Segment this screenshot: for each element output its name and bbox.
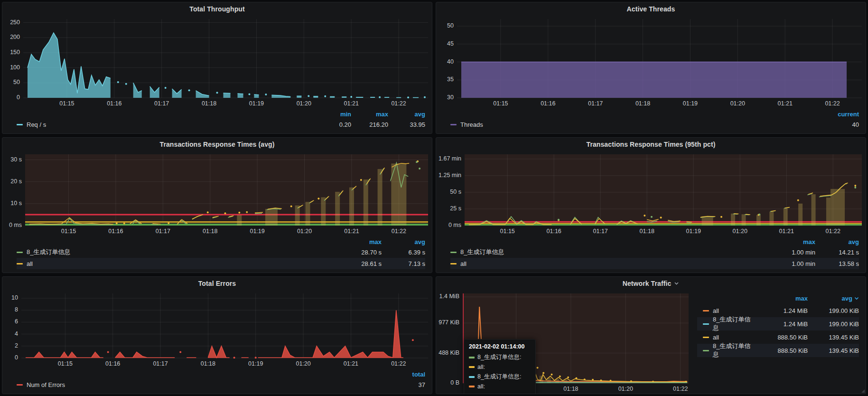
x-axis-tick: 01:22 [384,360,413,367]
legend-header-max[interactable]: max [351,111,388,118]
y-axis-tick: 488 KiB [436,349,459,356]
x-axis-tick: 01:16 [100,100,129,107]
y-axis-tick: 0 B [436,379,459,386]
panel-title-text: Total Errors [198,280,236,287]
y-axis-tick: 1.25 min [436,172,461,179]
series-color-dash [469,357,475,358]
panel-resize-handle[interactable] [861,389,865,393]
y-axis-tick: 150 [2,49,20,56]
series-color-dash [469,376,475,378]
series-name[interactable]: all [460,260,467,267]
series-name[interactable]: all [713,307,719,314]
stat-max: 1.00 min [772,249,815,256]
series-color-dash[interactable] [17,252,23,253]
series-name[interactable]: 8_生成订单信息 [460,248,504,256]
series-name[interactable]: 8_生成订单信息 [27,248,70,256]
x-axis-tick: 01:20 [289,360,317,367]
panel-title-text: Transactions Response Times (95th pct) [587,141,716,148]
series-name[interactable]: Req / s [27,121,46,128]
threads-chart[interactable]: 303540455001:1501:1601:1701:1801:1901:20… [436,15,866,108]
sort-desc-icon [854,296,859,301]
series-name[interactable]: Num of Errors [27,381,65,388]
response-95pct-chart[interactable]: 0 ms25 s50 s1.25 min1.67 min01:1501:1601… [436,151,866,236]
panel-total-throughput: Total Throughput 05010015020025001:1501:… [2,2,432,134]
panel-title-response-95pct[interactable]: Transactions Response Times (95th pct) [436,138,866,151]
series-color-dash[interactable] [450,124,457,125]
legend-header-avg[interactable]: avg [382,238,425,245]
throughput-chart[interactable]: 05010015020025001:1501:1601:1701:1801:19… [2,15,432,108]
legend-header-max[interactable]: max [772,238,815,245]
series-color-dash[interactable] [450,252,457,253]
x-axis-tick: 01:21 [336,360,365,367]
legend-header-avg[interactable]: avg [808,295,859,302]
chart-tooltip: 2021-02-02 01:14:00 8_生成订单信息: all: 8_生成订… [464,339,536,394]
legend-row: all 28.61 s 7.13 s [17,258,425,269]
x-axis-tick: 01:20 [726,228,754,235]
panel-title-network-traffic[interactable]: Network Traffic [436,277,866,290]
stat-max: 1.00 min [772,260,815,267]
legend-header-avg[interactable]: avg [815,238,859,245]
x-axis-tick: 01:17 [148,100,176,107]
y-axis-tick: 1.4 MiB [436,293,459,300]
x-axis-tick: 01:18 [194,360,222,367]
stat-max: 888.50 KiB [756,347,808,354]
legend-header-current[interactable]: current [822,111,859,118]
stat-max: 216.20 [351,121,388,128]
x-axis-tick: 01:19 [243,228,271,235]
y-axis-tick: 30 s [2,156,22,163]
x-axis-tick: 01:16 [534,100,562,107]
x-axis-tick: 01:21 [772,228,801,235]
panel-title-active-threads[interactable]: Active Threads [436,2,866,15]
series-name[interactable]: all [27,260,33,267]
errors-chart[interactable]: 024681001:1501:1601:1701:1801:1901:2001:… [2,290,432,368]
legend-header-max[interactable]: max [338,238,382,245]
stat-max: 888.50 KiB [756,334,808,341]
panel-title-response-avg[interactable]: Transactions Response Times (avg) [2,138,432,151]
stat-avg: 14.21 s [815,249,859,256]
series-color-dash[interactable] [17,124,23,125]
legend-row: 8_生成订单信息 1.00 min 14.21 s [450,246,859,258]
series-color-dash[interactable] [703,310,709,311]
stat-min: 0.20 [314,121,351,128]
series-color-dash[interactable] [703,337,709,338]
series-color-dash[interactable] [17,263,23,264]
series-name[interactable]: 8_生成订单信息 [713,315,756,332]
stat-current: 40 [822,121,859,128]
legend-row: 8_生成订单信息 1.24 MiB 199.00 KiB [697,317,859,330]
tooltip-row: 8_生成订单信息: [469,353,531,361]
y-axis-tick: 4 [2,330,18,337]
legend-header-avg[interactable]: avg [388,111,425,118]
series-color-dash[interactable] [450,263,457,264]
tooltip-timestamp: 2021-02-02 01:14:00 [469,343,531,350]
legend-header-min[interactable]: min [314,111,351,118]
x-axis-tick: 01:17 [149,228,177,235]
y-axis-tick: 35 [436,76,454,83]
panel-response-times-95pct: Transactions Response Times (95th pct) 0… [436,137,866,273]
y-axis-tick: 100 [2,64,20,71]
panel-title-total-throughput[interactable]: Total Throughput [2,2,432,15]
x-axis-tick: 01:18 [633,228,661,235]
series-name[interactable]: all [713,334,719,341]
y-axis-tick: 6 [2,318,18,325]
stat-max: 28.70 s [338,249,382,256]
series-color-dash[interactable] [703,323,709,325]
legend-header-total[interactable]: total [388,371,425,378]
stat-max: 28.61 s [338,260,382,267]
x-axis-tick: 01:18 [557,386,585,392]
response-avg-chart[interactable]: 0 ms10 s20 s30 s01:1501:1601:1701:1801:1… [2,151,432,236]
x-axis-tick: 01:19 [242,360,270,367]
tooltip-series-label: all: [477,364,485,370]
y-axis-tick: 0 [2,94,20,101]
series-color-dash[interactable] [17,384,23,386]
grafana-dashboard: Total Throughput 05010015020025001:1501:… [0,0,868,396]
panel-title-total-errors[interactable]: Total Errors [2,277,432,290]
series-name[interactable]: 8_生成订单信息 [713,342,756,359]
y-axis-tick: 8 [2,306,18,313]
y-axis-tick: 0 ms [436,222,461,228]
legend-header-max[interactable]: max [756,295,808,302]
series-color-dash[interactable] [703,350,709,351]
x-axis-tick: 01:19 [676,100,704,107]
y-axis-tick: 40 [436,58,454,65]
y-axis-tick: 25 s [436,205,461,212]
series-name[interactable]: Threads [460,121,483,128]
